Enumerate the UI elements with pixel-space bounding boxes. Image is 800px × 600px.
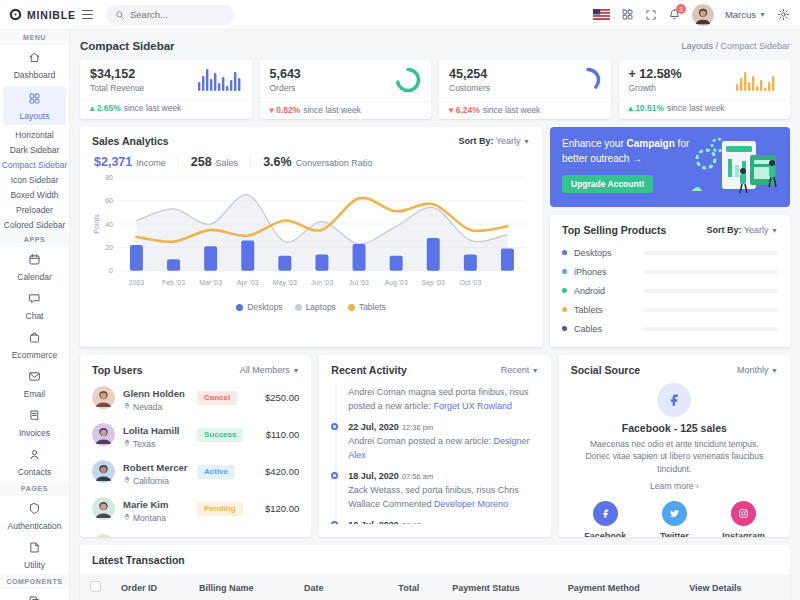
activity-link[interactable]: Developer Moreno bbox=[434, 499, 508, 509]
user-name: Marcus bbox=[725, 9, 756, 20]
fullscreen-icon[interactable] bbox=[645, 9, 657, 21]
user-location: California bbox=[133, 476, 169, 486]
search-input[interactable] bbox=[130, 9, 225, 20]
breadcrumb-parent[interactable]: Layouts bbox=[681, 41, 713, 51]
user-amount: $120.00 bbox=[265, 503, 299, 514]
sidebar-item-layouts[interactable]: Layouts bbox=[3, 86, 66, 125]
status-badge: Success bbox=[197, 428, 243, 442]
column-header: Date bbox=[294, 574, 388, 600]
stat-mini-chart bbox=[736, 67, 780, 95]
home-icon bbox=[28, 50, 41, 68]
select-all-checkbox[interactable] bbox=[90, 581, 101, 592]
map-pin-icon bbox=[123, 439, 131, 449]
sales-stat-conversation-ratio: 3.6%Conversation Ratio bbox=[250, 155, 384, 169]
sidebar-item-invoices[interactable]: Invoices bbox=[0, 403, 69, 442]
user-row: Marie KimMontanaPending$120.00 bbox=[92, 490, 299, 527]
social-source-facebook[interactable]: Facebook125 sales bbox=[571, 501, 640, 537]
sidebar-subitem-dark-sidebar[interactable]: Dark Sidebar bbox=[0, 142, 69, 157]
user-avatar[interactable] bbox=[692, 4, 714, 26]
map-pin-icon bbox=[123, 402, 131, 412]
sidebar-item-contacts[interactable]: Contacts bbox=[0, 442, 69, 481]
stat-label: Total Revenue bbox=[90, 83, 144, 93]
main-content: Compact Sidebar Layouts / Compact Sideba… bbox=[70, 30, 800, 600]
facebook-icon bbox=[593, 501, 618, 526]
activity-link[interactable]: Designer Alex bbox=[348, 436, 529, 460]
top-users-card: Top Users All Members ▼ Glenn HoldenNeva… bbox=[80, 355, 311, 537]
social-source-instagram[interactable]: Instagram104 sales bbox=[709, 501, 778, 537]
product-row-android: Android bbox=[562, 281, 778, 300]
sales-analytics-title: Sales Analytics bbox=[92, 135, 169, 147]
stat-card-growth: + 12.58%Growth▴ 10.51%since last week bbox=[619, 60, 791, 119]
upgrade-account-button[interactable]: Upgrade Account! bbox=[562, 175, 653, 193]
sales-analytics-chart: 020406080Points2003Feb '03Mar '03Apr '03… bbox=[92, 171, 530, 301]
stat-delta: ▴ 10.51%since last week bbox=[619, 99, 791, 117]
shopping-bag-icon bbox=[28, 330, 41, 348]
sidebar-item-chat[interactable]: Chat bbox=[0, 286, 69, 325]
sidebar-subitem-preloader[interactable]: Preloader bbox=[0, 202, 69, 217]
products-sort-dropdown[interactable]: Sort By: Yearly ▼ bbox=[707, 225, 779, 235]
learn-more-link[interactable]: Learn more › bbox=[650, 481, 699, 491]
chat-icon bbox=[28, 291, 41, 309]
user-location: Montana bbox=[133, 513, 166, 523]
activity-timeline: Andrei Coman magna sed porta finibus, ri… bbox=[331, 384, 538, 524]
language-flag-icon[interactable] bbox=[593, 9, 610, 20]
user-row: Lolita HamillTexasSuccess$110.00 bbox=[92, 416, 299, 453]
timeline-dot-icon bbox=[331, 521, 338, 524]
column-header: Payment Method bbox=[558, 574, 679, 600]
timeline-dot-icon bbox=[331, 472, 338, 479]
activity-text: Andrei Coman posted a new article: Desig… bbox=[348, 435, 538, 462]
legend-item-tablets[interactable]: Tablets bbox=[348, 302, 386, 312]
file-icon bbox=[28, 540, 41, 558]
sales-sort-dropdown[interactable]: Sort By: Yearly ▼ bbox=[459, 136, 531, 146]
apps-grid-icon[interactable] bbox=[621, 8, 634, 21]
top-selling-title: Top Selling Products bbox=[562, 224, 666, 236]
stat-label: Orders bbox=[270, 83, 301, 93]
sidebar-item-calendar[interactable]: Calendar bbox=[0, 247, 69, 286]
shield-icon bbox=[28, 501, 41, 519]
svg-text:Jul '03: Jul '03 bbox=[349, 279, 369, 286]
user-name: Sonya Henshaw bbox=[123, 536, 196, 537]
legend-item-laptops[interactable]: Laptops bbox=[295, 302, 336, 312]
stat-card-orders: 5,643Orders▾ 0.82%since last week bbox=[260, 60, 432, 119]
legend-item-desktops[interactable]: Desktops bbox=[236, 302, 282, 312]
page-title: Compact Sidebar bbox=[80, 40, 175, 52]
sidebar-subitem-colored-sidebar[interactable]: Colored Sidebar bbox=[0, 217, 69, 232]
activity-link[interactable]: Forget UX Rowland bbox=[433, 401, 512, 411]
social-source-twitter[interactable]: Twitter112 sales bbox=[640, 501, 709, 537]
sidebar-subitem-horizontal[interactable]: Horizontal bbox=[0, 127, 69, 142]
sidebar-item-ecommerce[interactable]: Ecommerce bbox=[0, 325, 69, 364]
sidebar-item-ui-elements[interactable]: UI Elements bbox=[0, 589, 69, 600]
sidebar-toggle-button[interactable] bbox=[74, 5, 100, 25]
product-progress bbox=[643, 289, 778, 293]
sidebar-item-authentication[interactable]: Authentication bbox=[0, 496, 69, 535]
timeline-dot-icon bbox=[331, 423, 338, 430]
social-filter-dropdown[interactable]: Monthly ▼ bbox=[737, 365, 778, 375]
search-icon bbox=[115, 6, 125, 24]
svg-text:60: 60 bbox=[105, 197, 113, 204]
svg-text:Feb '03: Feb '03 bbox=[162, 279, 185, 286]
search-box[interactable] bbox=[106, 5, 234, 25]
settings-gear-icon[interactable] bbox=[777, 8, 790, 21]
sidebar-item-email[interactable]: Email bbox=[0, 364, 69, 403]
sidebar-subitem-boxed-width[interactable]: Boxed Width bbox=[0, 187, 69, 202]
sidebar-item-utility[interactable]: Utility bbox=[0, 535, 69, 574]
transactions-table: Order IDBilling NameDateTotalPayment Sta… bbox=[80, 574, 790, 600]
svg-text:40: 40 bbox=[105, 221, 113, 228]
calendar-icon bbox=[28, 252, 41, 270]
latest-transaction-card: Latest Transaction Order IDBilling NameD… bbox=[80, 545, 790, 600]
activity-filter-dropdown[interactable]: Recent ▼ bbox=[501, 365, 539, 375]
stat-label: Customers bbox=[449, 83, 490, 93]
user-menu[interactable]: Marcus ▼ bbox=[725, 9, 766, 20]
members-filter-dropdown[interactable]: All Members ▼ bbox=[240, 365, 299, 375]
stat-delta: ▴ 2.65%since last week bbox=[80, 99, 252, 117]
sidebar-item-dashboard[interactable]: Dashboard bbox=[0, 45, 69, 84]
chevron-down-icon: ▼ bbox=[759, 11, 766, 18]
notifications-bell-icon[interactable]: 3 bbox=[668, 8, 681, 21]
brand-logo[interactable]: MINIBLE bbox=[0, 7, 70, 22]
chart-legend: DesktopsLaptopsTablets bbox=[92, 301, 530, 315]
sidebar-subitem-icon-sidebar[interactable]: Icon Sidebar bbox=[0, 172, 69, 187]
stat-mini-chart bbox=[575, 67, 601, 97]
svg-text:Jun '03: Jun '03 bbox=[311, 279, 333, 286]
sidebar-subitem-compact-sidebar[interactable]: Compact Sidebar bbox=[0, 157, 69, 172]
latest-transaction-title: Latest Transaction bbox=[80, 554, 790, 574]
